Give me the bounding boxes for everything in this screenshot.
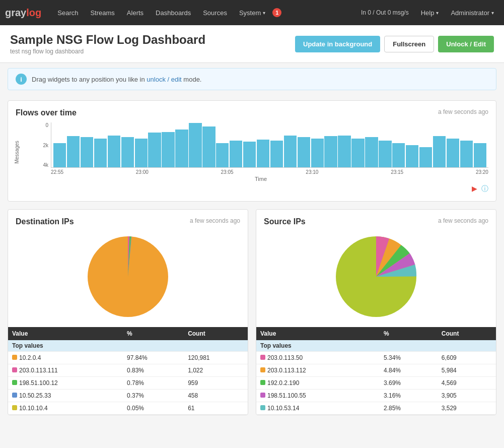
- bar: [257, 140, 269, 167]
- page-title-area: Sample NSG Flow Log Dashboard test nsg f…: [10, 33, 205, 55]
- chart-wrapper: Messages 4k 2k 0 22:55 23:00 23:05 23:10…: [16, 122, 488, 182]
- source-col-count: Count: [438, 327, 496, 340]
- bar: [379, 141, 391, 167]
- bar: [284, 136, 297, 167]
- bar: [351, 139, 364, 167]
- bar: [365, 137, 378, 167]
- table-row: 192.0.2.1903.69%4,569: [256, 377, 496, 390]
- source-scroll[interactable]: Value % Count Top values 203.0.113.505.3…: [256, 327, 496, 415]
- info-circle-icon[interactable]: ⓘ: [481, 184, 488, 194]
- chevron-down-icon: ▾: [263, 10, 265, 16]
- dest-col-value: Value: [8, 327, 123, 340]
- nav-help[interactable]: Help ▾: [416, 0, 444, 25]
- source-panel-content: Source IPs a few seconds ago: [256, 210, 496, 322]
- bar: [148, 133, 161, 167]
- fullscreen-button[interactable]: Fullscreen: [384, 36, 434, 52]
- y-axis-label: Messages: [14, 141, 20, 164]
- source-col-value: Value: [256, 327, 380, 340]
- bar: [53, 143, 66, 167]
- table-row: 198.51.100.120.78%959: [8, 377, 248, 390]
- bar: [121, 137, 134, 167]
- header-buttons: Update in background Fullscreen Unlock /…: [295, 36, 494, 52]
- nav-system[interactable]: System ▾: [233, 0, 271, 25]
- unlock-edit-button[interactable]: Unlock / Edit: [438, 36, 494, 52]
- unlock-edit-link[interactable]: unlock / edit: [147, 76, 181, 83]
- table-row: 203.0.113.1124.84%5,984: [256, 364, 496, 377]
- bar: [202, 126, 215, 167]
- flows-panel-header: Flows over time a few seconds ago: [16, 108, 488, 117]
- bar: [433, 136, 446, 167]
- nav-badge: 1: [272, 8, 281, 17]
- table-row: 10.10.10.40.05%61: [8, 402, 248, 415]
- main-content: Flows over time a few seconds ago Messag…: [0, 95, 504, 420]
- table-row: 10.10.53.142.85%3,529: [256, 402, 496, 415]
- source-pie-container: [264, 231, 488, 322]
- table-row: 198.51.100.553.16%3,905: [256, 390, 496, 402]
- bar: [298, 137, 310, 167]
- bar: [162, 132, 174, 167]
- flows-chart-panel: Flows over time a few seconds ago Messag…: [8, 100, 496, 202]
- info-icon: i: [16, 74, 27, 85]
- nav-right: In 0 / Out 0 msg/s Help ▾ Administrator …: [356, 0, 499, 25]
- page-header: Sample NSG Flow Log Dashboard test nsg f…: [0, 25, 504, 63]
- play-icon[interactable]: ▶: [472, 184, 477, 194]
- bar: [94, 139, 107, 167]
- dest-panel-header: Destination IPs a few seconds ago: [16, 217, 240, 226]
- logo: graylog: [5, 7, 41, 19]
- nav-search[interactable]: Search: [51, 0, 84, 25]
- bar: [447, 139, 459, 167]
- nav-sources[interactable]: Sources: [197, 0, 233, 25]
- dest-col-pct: %: [123, 327, 184, 340]
- table-row: 203.0.113.505.34%6,609: [256, 352, 496, 364]
- bar: [243, 142, 256, 167]
- bar: [270, 141, 283, 167]
- bar: [392, 143, 405, 167]
- x-axis-labels: 22:55 23:00 23:05 23:10 23:15 23:20: [33, 168, 488, 175]
- dest-group-row: Top values: [8, 340, 248, 352]
- help-chevron-icon: ▾: [436, 10, 439, 16]
- table-row: 10.50.25.330.37%458: [8, 390, 248, 402]
- chart-toolbar: ▶ ⓘ: [16, 184, 488, 194]
- nav-alerts[interactable]: Alerts: [121, 0, 150, 25]
- update-background-button[interactable]: Update in background: [295, 36, 380, 52]
- dest-panel-content: Destination IPs a few seconds ago: [8, 210, 248, 322]
- page-subtitle: test nsg flow log dashboard: [10, 48, 205, 55]
- y-axis-labels: 4k 2k 0: [33, 122, 51, 168]
- brand[interactable]: graylog: [5, 7, 41, 19]
- bar: [175, 130, 188, 167]
- dest-ips-title: Destination IPs: [16, 217, 74, 226]
- info-bar: i Drag widgets to any position you like …: [8, 68, 496, 90]
- table-row: 10.2.0.497.84%120,981: [8, 352, 248, 364]
- bar: [460, 141, 473, 167]
- bar: [230, 141, 242, 167]
- table-row: 203.0.113.1110.83%1,022: [8, 364, 248, 377]
- source-group-row: Top values: [256, 340, 496, 352]
- bar: [406, 145, 418, 167]
- bar: [189, 123, 201, 167]
- dest-table: Value % Count Top values 10.2.0.497.84%1…: [8, 327, 248, 415]
- dest-group-label: Top values: [8, 340, 248, 352]
- x-axis-title: Time: [33, 176, 488, 182]
- bar: [338, 136, 350, 167]
- dest-col-count: Count: [184, 327, 248, 340]
- source-group-label: Top values: [256, 340, 496, 352]
- bar-chart: [51, 122, 488, 168]
- source-table: Value % Count Top values 203.0.113.505.3…: [256, 327, 496, 415]
- nav-admin[interactable]: Administrator ▾: [446, 0, 499, 25]
- nav-streams[interactable]: Streams: [84, 0, 120, 25]
- dest-scroll[interactable]: Value % Count Top values 10.2.0.497.84%1…: [8, 327, 248, 415]
- nav-dashboards[interactable]: Dashboards: [150, 0, 197, 25]
- source-panel-header: Source IPs a few seconds ago: [264, 217, 488, 226]
- bar: [474, 143, 486, 167]
- bar: [135, 139, 148, 167]
- source-ips-panel: Source IPs a few seconds ago: [256, 209, 496, 415]
- source-ips-time: a few seconds ago: [438, 217, 488, 224]
- flows-chart-title: Flows over time: [16, 108, 77, 117]
- admin-chevron-icon: ▾: [491, 10, 494, 16]
- bar: [81, 137, 93, 167]
- page-title: Sample NSG Flow Log Dashboard: [10, 33, 205, 47]
- flows-chart-time: a few seconds ago: [438, 108, 488, 115]
- bar: [311, 139, 324, 167]
- navbar: graylog Search Streams Alerts Dashboards…: [0, 0, 504, 25]
- bottom-panels: Destination IPs a few seconds ago: [8, 209, 496, 415]
